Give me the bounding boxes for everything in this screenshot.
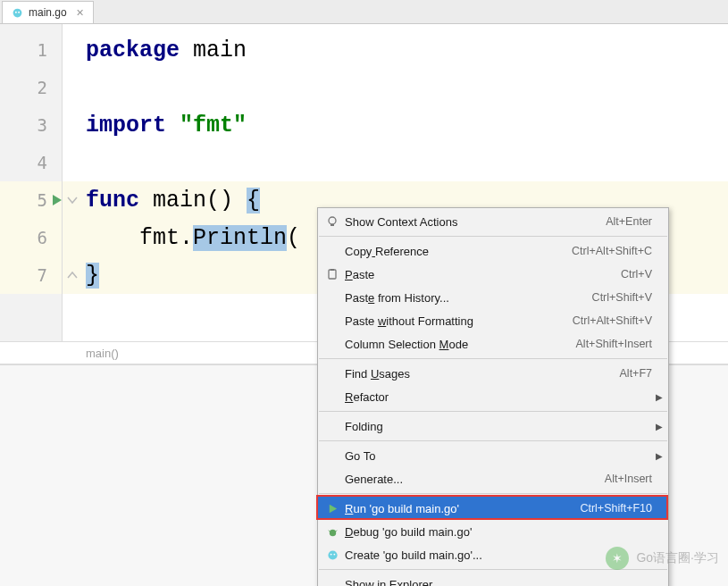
breadcrumb-text: main() (86, 347, 119, 360)
menu-shortcut: Alt+Shift+Insert (576, 338, 652, 350)
svg-point-13 (330, 553, 331, 555)
menu-item-label: Go To (345, 449, 652, 463)
chevron-right-icon: ▶ (656, 392, 663, 402)
menu-item[interactable]: Go To▶ (318, 444, 668, 467)
menu-item-label: Folding (345, 420, 652, 433)
fold-close-icon[interactable] (66, 269, 79, 281)
line-number: 5 (0, 181, 62, 219)
menu-item-label: Show Context Actions (345, 215, 606, 229)
menu-shortcut: Alt+Insert (605, 473, 652, 485)
line-number: 3 (0, 106, 62, 144)
menu-item[interactable]: Show Context ActionsAlt+Enter (318, 210, 668, 233)
menu-item-label: Paste (345, 268, 621, 281)
svg-point-2 (18, 11, 20, 13)
svg-point-14 (333, 553, 335, 555)
watermark-text: Go语言圈·学习 (636, 550, 719, 566)
play-icon[interactable] (51, 190, 63, 210)
menu-item[interactable]: Show in Explorer (318, 573, 668, 586)
fold-open-icon[interactable] (66, 194, 79, 206)
play-icon (323, 503, 341, 515)
svg-point-12 (328, 550, 337, 559)
menu-separator (319, 493, 667, 494)
svg-rect-7 (331, 269, 334, 271)
fold-cell (63, 31, 82, 69)
paste-icon (323, 268, 341, 280)
code-line[interactable] (82, 69, 728, 106)
menu-item[interactable]: Paste from History...Ctrl+Shift+V (318, 286, 668, 309)
svg-marker-8 (329, 504, 336, 512)
fold-cell (63, 106, 82, 144)
menu-item[interactable]: Debug 'go build main.go' (318, 520, 668, 543)
menu-shortcut: Ctrl+Shift+F10 (580, 502, 652, 515)
bulb-icon (323, 215, 341, 228)
tab-label: main.go (29, 6, 67, 19)
tab-bar: main.go ✕ (0, 0, 728, 24)
menu-separator (319, 358, 667, 359)
code-line[interactable]: package main (82, 31, 728, 69)
fold-cell (63, 219, 82, 256)
svg-rect-5 (331, 224, 334, 226)
menu-separator (319, 411, 667, 412)
svg-line-10 (328, 530, 330, 532)
line-number: 1 (0, 31, 62, 69)
menu-shortcut: Ctrl+Alt+Shift+V (573, 314, 652, 327)
menu-item[interactable]: Find UsagesAlt+F7 (318, 362, 668, 385)
menu-item[interactable]: Copy ReferenceCtrl+Alt+Shift+C (318, 239, 668, 263)
menu-item[interactable]: Refactor▶ (318, 385, 668, 408)
menu-item-label: Refactor (345, 390, 652, 404)
svg-point-9 (329, 529, 335, 535)
close-icon[interactable]: ✕ (76, 7, 84, 19)
gutter: 1234567 (0, 24, 63, 341)
svg-rect-6 (329, 270, 336, 279)
menu-shortcut: Ctrl+Alt+Shift+C (572, 245, 652, 257)
svg-point-1 (15, 11, 17, 13)
watermark-badge: ✶ Go语言圈·学习 (606, 547, 719, 570)
menu-item-label: Column Selection Mode (345, 338, 576, 351)
svg-point-4 (329, 217, 336, 224)
svg-point-0 (13, 8, 22, 17)
file-tab[interactable]: main.go ✕ (2, 1, 94, 23)
menu-item-label: Find Usages (345, 367, 620, 381)
menu-item-label: Debug 'go build main.go' (345, 525, 652, 539)
menu-item-label: Paste from History... (345, 291, 592, 305)
code-line[interactable]: import "fmt" (82, 106, 728, 144)
menu-separator (319, 440, 667, 441)
chevron-right-icon: ▶ (656, 422, 663, 431)
menu-separator (319, 236, 667, 237)
fold-cell (63, 69, 82, 106)
menu-shortcut: Ctrl+Shift+V (592, 291, 652, 304)
menu-item-label: Generate... (345, 473, 605, 486)
svg-marker-3 (53, 195, 62, 205)
menu-item-label: Run 'go build main.go' (345, 502, 580, 515)
line-number: 2 (0, 69, 62, 106)
bug-icon (323, 526, 341, 538)
menu-item[interactable]: Generate...Alt+Insert (318, 467, 668, 490)
menu-item-label: Copy Reference (345, 245, 572, 258)
menu-item[interactable]: Folding▶ (318, 414, 668, 438)
code-line[interactable] (82, 144, 728, 181)
menu-shortcut: Alt+F7 (620, 367, 652, 380)
menu-item-label: Show in Explorer (345, 578, 652, 587)
menu-item[interactable]: Run 'go build main.go'Ctrl+Shift+F10 (318, 497, 668, 520)
menu-shortcut: Ctrl+V (621, 268, 652, 280)
fold-cell (63, 144, 82, 181)
fold-cell (63, 181, 82, 219)
wechat-icon: ✶ (606, 547, 629, 570)
menu-shortcut: Alt+Enter (606, 215, 652, 228)
menu-item[interactable]: Column Selection ModeAlt+Shift+Insert (318, 332, 668, 356)
menu-item[interactable]: PasteCtrl+V (318, 263, 668, 286)
context-menu: Show Context ActionsAlt+EnterCopy Refere… (317, 207, 669, 586)
chevron-right-icon: ▶ (656, 451, 663, 461)
menu-item-label: Paste without Formatting (345, 314, 573, 328)
menu-item[interactable]: Paste without FormattingCtrl+Alt+Shift+V (318, 309, 668, 332)
fold-margin (63, 24, 82, 341)
go-file-icon (12, 7, 23, 19)
line-number: 6 (0, 219, 62, 256)
gopher-icon (323, 549, 341, 561)
line-number: 7 (0, 256, 62, 294)
line-number: 4 (0, 144, 62, 181)
fold-cell (63, 256, 82, 294)
svg-line-11 (335, 530, 337, 532)
